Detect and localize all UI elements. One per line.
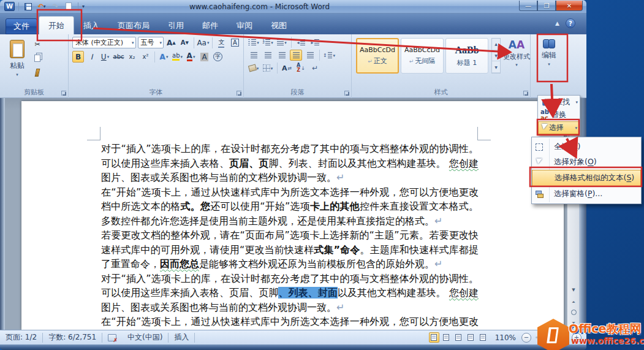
previous-page-button[interactable]: ⏶	[569, 297, 578, 306]
web-layout-button[interactable]	[453, 332, 464, 343]
copy-button[interactable]	[31, 53, 44, 64]
document-line[interactable]: 在“开始”选项卡上，通过从快速样式库中为所选文本选择一种外观，您可以方便地更改文	[101, 315, 479, 330]
close-button[interactable]: ✕	[556, 1, 583, 11]
bullets-button[interactable]: ▾	[248, 37, 260, 48]
spellcheck-status[interactable]	[102, 330, 122, 344]
restore-button[interactable]: ❐	[537, 1, 556, 11]
zoom-level[interactable]: 110%	[495, 333, 516, 342]
format-painter-button[interactable]	[31, 67, 44, 78]
phonetic-guide-button[interactable]: 文	[216, 37, 227, 48]
decrease-indent-button[interactable]: ◂	[295, 37, 307, 48]
menu-item-selection-pane[interactable]: 选择窗格(P)...	[532, 186, 641, 202]
document-line[interactable]: 了重置命令，因而您总是能够将文档外观还原为当前模板所包含的原始外观。↵	[101, 257, 479, 272]
insert-mode-indicator[interactable]: 插入	[169, 330, 194, 344]
menu-item-select-objects[interactable]: 选择对象(O)	[532, 154, 641, 170]
bold-button[interactable]: B	[72, 51, 84, 63]
outline-view-button[interactable]	[466, 332, 476, 343]
select-button[interactable]: 选择▾	[538, 121, 580, 134]
subscript-button[interactable]: x₂	[126, 51, 138, 63]
tab-home[interactable]: 开始	[39, 16, 74, 34]
zoom-out-button[interactable]: −	[521, 333, 531, 343]
document-line[interactable]: 在“开始”选项卡上，通过从快速样式库中为所选文本选择一种外观，您可以方便地更改文	[101, 186, 479, 200]
full-screen-reading-button[interactable]	[441, 332, 452, 343]
document-line[interactable]: 可以使用这些库来插入表格、页眉、页脚、列表、封面以及其他文档构建基块。 您创建的	[101, 286, 479, 301]
word-count[interactable]: 字数: 6/2,751	[43, 330, 102, 344]
align-left-button[interactable]	[248, 50, 260, 61]
scroll-down-button[interactable]: ▼	[569, 285, 578, 294]
replace-button[interactable]: abac 替换	[538, 108, 580, 121]
language-indicator[interactable]: 中文(中国)	[122, 330, 168, 344]
tab-review[interactable]: 审阅	[227, 17, 262, 34]
style-card-normal[interactable]: AaBbCcDd ↵正文	[356, 38, 399, 74]
menu-item-select-similar-formatting[interactable]: 选择格式相似的文本(S)	[532, 170, 641, 186]
dialog-launcher-icon[interactable]	[344, 91, 349, 96]
font-name-combo[interactable]: 宋体 (中文正文)▾	[72, 37, 136, 48]
tab-references[interactable]: 引用	[159, 17, 193, 34]
style-sample: AaBbCcDd	[404, 46, 440, 54]
select-browse-object-button[interactable]	[569, 308, 578, 317]
line-spacing-button[interactable]: ↕▾	[323, 50, 335, 61]
document-line[interactable]: 对于“插入”选项卡上的库，在设计时都充分考虑了其中的项与文档整体外观的协调性。 …	[101, 142, 479, 157]
document-line[interactable]: 对于“插入”选项卡上的库，在设计时都充分考虑了其中的项与文档整体外观的协调性。 …	[101, 272, 479, 287]
underline-button[interactable]: U▾	[99, 51, 111, 63]
asian-layout-button[interactable]: A⇄	[281, 63, 293, 74]
page-indicator[interactable]: 页面: 1/2	[0, 330, 42, 344]
dialog-launcher-icon[interactable]	[61, 91, 66, 96]
tab-insert[interactable]: 插入	[74, 17, 108, 34]
numbering-button[interactable]: 12▾	[262, 37, 274, 48]
tab-page-layout[interactable]: 页面布局	[108, 17, 159, 34]
style-card-heading1[interactable]: AaBb 标题 1	[445, 38, 488, 74]
document-line[interactable]: 多数控件都允许您选择是使用当前主题外观，还是使用某种直接指定的格式。↵	[101, 215, 479, 229]
change-case-button[interactable]: Aa▾	[197, 37, 209, 48]
editing-button[interactable]: 编辑 ▾	[536, 37, 562, 82]
document-line[interactable]: 速样式库中的可用外观，请使用“更改当前快速样式集”命令。主题库和快速样式库都提供	[101, 243, 479, 258]
grow-font-button[interactable]: A▲	[165, 37, 177, 48]
styles-scroll-down[interactable]: ▼	[492, 50, 500, 62]
borders-button[interactable]: ▾	[262, 63, 274, 74]
text-effects-button[interactable]: A▾	[158, 51, 170, 63]
style-card-no-spacing[interactable]: AaBbCcDd ↵无间隔	[401, 38, 444, 74]
tab-file[interactable]: 文件	[6, 18, 37, 34]
print-layout-view-button[interactable]	[429, 332, 439, 343]
font-color-button[interactable]: A▾	[185, 51, 197, 63]
dialog-launcher-icon[interactable]	[523, 91, 528, 96]
shading-button[interactable]: ▾	[248, 63, 260, 74]
character-border-button[interactable]: A	[229, 37, 241, 48]
justify-button[interactable]	[290, 50, 302, 61]
increase-indent-button[interactable]: ▸	[309, 37, 321, 48]
align-center-button[interactable]	[262, 50, 274, 61]
dialog-launcher-icon[interactable]	[237, 91, 241, 96]
change-styles-button[interactable]: AA 更改样式 ▾	[503, 37, 530, 83]
font-size-combo[interactable]: 五号▾	[138, 37, 164, 48]
paste-button[interactable]: 粘贴 ▾	[5, 37, 29, 82]
document-line[interactable]: 图片、图表或关系图也将与当前的文档外观协调一致。↵	[101, 301, 479, 316]
document-text[interactable]: 对于“插入”选项卡上的库，在设计时都充分考虑了其中的项与文档整体外观的协调性。 …	[101, 142, 479, 330]
document-line[interactable]: 图片、图表或关系图也将与当前的文档外观协调一致。↵	[101, 171, 479, 186]
tab-view[interactable]: 视图	[262, 17, 296, 34]
minimize-ribbon-icon[interactable]: ▲	[555, 20, 559, 26]
tab-mailings[interactable]: 邮件	[193, 17, 227, 34]
align-right-button[interactable]	[276, 50, 288, 61]
styles-more-button[interactable]: ▼	[492, 61, 500, 73]
document-line[interactable]: 档中所选文本的格式。您还可以使用“开始”选项卡上的其他控件来直接设置文本格式。大	[101, 200, 479, 215]
minimize-button[interactable]: —	[519, 1, 537, 11]
enclose-characters-button[interactable]: 字	[212, 51, 224, 63]
show-hide-marks-button[interactable]: ↵	[309, 63, 321, 74]
character-shading-button[interactable]: A	[199, 51, 210, 63]
document-line[interactable]: 若要更改文档的整体外观，请在“页面布局”选项卡上选择新的“主题”元素。若要更改快	[101, 229, 479, 243]
styles-scroll-up[interactable]: ▲	[492, 39, 500, 50]
multilevel-list-button[interactable]: ▾	[276, 37, 288, 48]
distribute-button[interactable]	[304, 50, 316, 61]
draft-view-button[interactable]	[478, 332, 488, 343]
help-icon[interactable]: ?	[566, 18, 575, 28]
document-line[interactable]: 可以使用这些库来插入表格、页眉、页脚、列表、封面以及其他文档构建基块。 您创建的	[101, 157, 479, 172]
menu-item-select-all[interactable]: 全选(A)	[532, 139, 641, 154]
superscript-button[interactable]: x²	[140, 51, 151, 63]
strikethrough-button[interactable]: abc	[113, 51, 124, 63]
shrink-font-button[interactable]: A▼	[179, 37, 191, 48]
cut-button[interactable]: ✂	[31, 39, 44, 50]
find-button[interactable]: 查找▾	[538, 96, 580, 108]
sort-button[interactable]: AZ↓	[295, 63, 307, 74]
italic-button[interactable]: I	[86, 51, 97, 63]
highlight-color-button[interactable]: ab▾	[172, 51, 183, 63]
